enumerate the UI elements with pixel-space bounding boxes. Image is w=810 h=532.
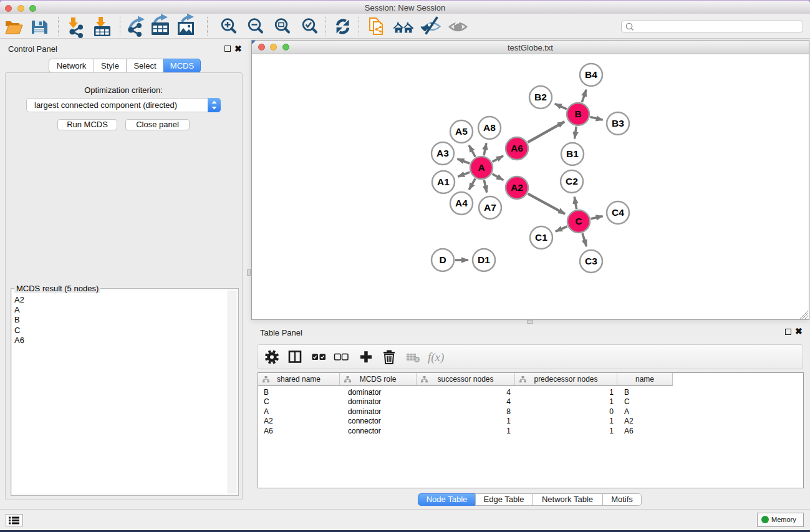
svg-text:B: B [574, 109, 581, 119]
svg-text:A2: A2 [511, 182, 523, 193]
svg-text:C2: C2 [566, 176, 578, 186]
svg-text:A7: A7 [484, 202, 496, 213]
svg-text:D: D [439, 254, 446, 265]
svg-text:C3: C3 [585, 256, 597, 266]
svg-text:A3: A3 [436, 148, 449, 158]
svg-text:A1: A1 [437, 177, 450, 187]
svg-text:B2: B2 [534, 92, 547, 102]
svg-text:A6: A6 [511, 143, 523, 153]
svg-text:D1: D1 [478, 254, 490, 265]
svg-text:C4: C4 [612, 207, 624, 218]
svg-text:C1: C1 [535, 232, 547, 243]
svg-text:A8: A8 [483, 122, 496, 133]
svg-text:B4: B4 [585, 69, 597, 80]
svg-text:A4: A4 [455, 198, 468, 208]
svg-text:f(x): f(x) [428, 351, 444, 364]
svg-text:B1: B1 [566, 148, 579, 159]
svg-text:A: A [478, 162, 485, 173]
svg-text:B3: B3 [612, 118, 624, 128]
svg-text:A5: A5 [455, 126, 468, 137]
svg-text:C: C [575, 216, 582, 226]
